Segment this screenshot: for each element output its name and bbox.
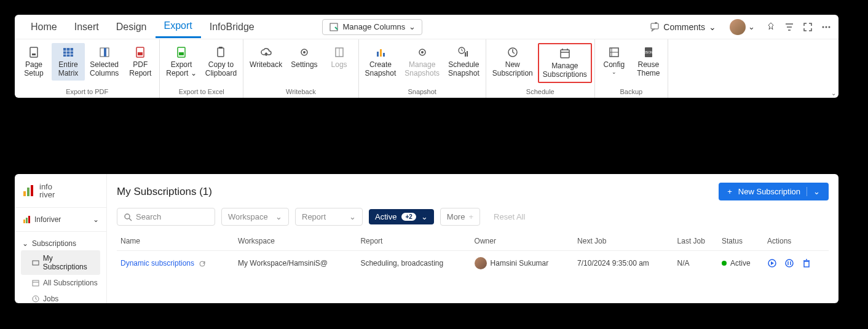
config-icon	[607, 46, 621, 59]
workspace-filter[interactable]: Workspace⌄	[221, 208, 289, 226]
column-header: Report	[357, 232, 470, 251]
ribbon-expand-icon[interactable]: ⌄	[831, 90, 836, 97]
clockplus-icon	[506, 46, 519, 59]
ribbon-group: NewSubscriptionManageSubscriptionsSchedu…	[486, 39, 595, 98]
report-cell: Scheduling, broadcasting	[357, 251, 470, 276]
chevron-down-icon: ⌄	[709, 22, 716, 32]
ribbon-schedule-button[interactable]: ScheduleSnapshot	[444, 43, 483, 81]
svg-rect-48	[31, 185, 33, 196]
sidebar-item-all-subscriptions[interactable]: All Subscriptions	[21, 275, 100, 291]
ribbon-config-button[interactable]: Config⌄	[598, 43, 631, 78]
chevron-down-icon: ⌄	[807, 187, 820, 196]
comments-label: Comments	[663, 22, 705, 32]
calendar-icon	[32, 279, 39, 287]
pdf-icon	[133, 46, 147, 59]
ribbon-group-label: Backup	[620, 87, 642, 98]
ribbon-pdf-button[interactable]: PDFReport	[124, 43, 157, 81]
ribbon-group-label: Export to PDF	[66, 87, 108, 98]
json-icon	[642, 46, 655, 59]
tab-export[interactable]: Export	[156, 15, 201, 38]
chevron-down-icon: ⌄	[421, 212, 428, 221]
svg-rect-39	[330, 23, 337, 31]
refresh-icon[interactable]	[199, 260, 206, 268]
subscriptions-panel: inforiver Inforiver ⌄ ⌄Subscriptions My …	[15, 174, 838, 303]
bars-icon	[374, 46, 387, 59]
chevron-down-icon: ⌄	[22, 239, 28, 248]
xls-icon	[175, 46, 188, 59]
ribbon-entire-button[interactable]: EntireMatrix	[52, 43, 85, 81]
svg-line-57	[36, 299, 37, 299]
ribbon-tabs: Home Insert Design Export InfoBridge Man…	[15, 15, 838, 39]
next-job-cell[interactable]: 7/10/2024 9:35:00 am	[574, 251, 673, 276]
column-header: Workspace	[234, 232, 357, 251]
ribbon-body: PageSetupEntireMatrixSelectedColumnsPDFR…	[15, 39, 838, 98]
avatar-icon	[475, 257, 487, 269]
gear-icon	[298, 46, 311, 59]
svg-point-43	[823, 26, 824, 28]
ribbon-group-label: Schedule	[526, 87, 554, 98]
ribbon-panel: Home Insert Design Export InfoBridge Man…	[15, 15, 838, 98]
subscription-name-link[interactable]: Dynamic subscriptions	[120, 259, 194, 268]
svg-point-58	[125, 214, 130, 219]
ribbon-export-button[interactable]: ExportReport ⌄	[162, 43, 200, 81]
ribbon-copy-to-button[interactable]: Copy toClipboard	[202, 43, 240, 81]
play-icon[interactable]	[767, 258, 777, 268]
subscriptions-sidebar: inforiver Inforiver ⌄ ⌄Subscriptions My …	[15, 174, 107, 303]
ribbon-group-label: Export to Excel	[179, 87, 224, 98]
tab-design[interactable]: Design	[108, 17, 156, 38]
tab-home[interactable]: Home	[22, 17, 66, 38]
clip-icon	[214, 46, 227, 59]
manage-columns-button[interactable]: Manage Columns ⌄	[322, 19, 422, 35]
ribbon-settings-button[interactable]: Settings	[287, 43, 321, 71]
column-header: Status	[718, 232, 763, 251]
chevron-down-icon: ⌄	[409, 22, 416, 31]
ribbon-manage-button: ManageSnapshots	[401, 43, 443, 81]
subscriptions-table: NameWorkspaceReportOwnerNext JobLast Job…	[117, 232, 829, 275]
plus-icon: +	[468, 212, 473, 221]
pin-icon[interactable]	[766, 22, 776, 32]
report-filter[interactable]: Report⌄	[295, 208, 363, 226]
filter-icon[interactable]	[784, 22, 794, 32]
column-header: Last Job	[674, 232, 718, 251]
column-header: Actions	[763, 232, 829, 251]
ribbon-group: CreateSnapshotManageSnapshotsScheduleSna…	[359, 39, 486, 98]
workspace-selector[interactable]: Inforiver ⌄	[21, 213, 100, 226]
ribbon-reuse-button[interactable]: ReuseTheme	[632, 43, 665, 81]
subscriptions-section-header[interactable]: ⌄Subscriptions	[21, 237, 100, 250]
chevron-down-icon: ⌄	[748, 22, 755, 31]
svg-point-62	[786, 260, 793, 267]
last-job-cell: N/A	[674, 251, 718, 276]
new-subscription-button[interactable]: + New Subscription ⌄	[719, 183, 829, 200]
workspace-cell: My Workspace/HamsiniS@	[234, 251, 357, 276]
search-input[interactable]: Search	[117, 208, 215, 226]
column-header: Name	[117, 232, 234, 251]
sidebar-item-my-subscriptions[interactable]: My Subscriptions	[21, 250, 100, 275]
fullscreen-icon[interactable]	[803, 22, 813, 32]
active-dot-icon	[722, 261, 727, 266]
ribbon-writeback-button[interactable]: Writeback	[246, 43, 286, 71]
tab-insert[interactable]: Insert	[66, 17, 108, 38]
inbox-icon	[32, 259, 39, 266]
ribbon-group-label: Snapshot	[408, 87, 436, 98]
inforiver-logo: inforiver	[15, 183, 106, 207]
more-filters-button[interactable]: More +	[440, 208, 480, 226]
ribbon-selected-button[interactable]: SelectedColumns	[86, 43, 122, 81]
tab-infobridge[interactable]: InfoBridge	[201, 17, 263, 38]
reset-all-link[interactable]: Reset All	[494, 212, 525, 221]
svg-rect-65	[804, 261, 809, 267]
ribbon-page-button[interactable]: PageSetup	[17, 43, 50, 81]
comments-button[interactable]: Comments ⌄	[644, 20, 722, 34]
clock-icon	[32, 295, 39, 303]
more-icon[interactable]	[821, 22, 831, 32]
delete-icon[interactable]	[802, 258, 811, 268]
user-avatar-button[interactable]: ⌄	[730, 19, 755, 35]
status-filter[interactable]: Active +2 ⌄	[369, 209, 434, 224]
grid-icon	[61, 46, 75, 59]
ribbon-manage-button[interactable]: ManageSubscriptions	[538, 43, 592, 83]
pause-icon[interactable]	[784, 258, 794, 268]
svg-rect-49	[23, 220, 25, 223]
ribbon-new-button[interactable]: NewSubscription	[489, 43, 537, 81]
sidebar-item-jobs[interactable]: Jobs	[21, 291, 100, 307]
ribbon-create-button[interactable]: CreateSnapshot	[361, 43, 400, 81]
ribbon-group-label: Writeback	[286, 87, 316, 98]
